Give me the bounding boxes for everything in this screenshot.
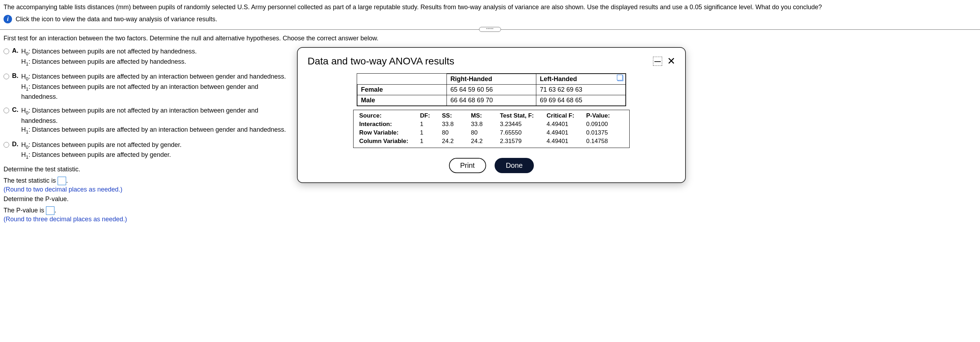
anova-table-box: Source: DF: SS: MS: Test Stat, F: Critic… (353, 110, 630, 148)
cell-female-rh: 65 64 59 60 56 (447, 85, 536, 95)
option-body: H0: Distances between pupils are not aff… (21, 106, 286, 135)
p-value-input[interactable] (46, 206, 54, 215)
radio-a[interactable] (3, 48, 9, 54)
anova-h-p: P-Value: (584, 112, 626, 120)
section-divider: ••••• (0, 27, 980, 32)
p-value-hint: (Round to three decimal places as needed… (3, 216, 286, 223)
anova-h-f: Test Stat, F: (498, 112, 544, 120)
question-intro: The accompanying table lists distances (… (0, 3, 980, 13)
col-right-handed: Right-Handed (447, 74, 536, 85)
anova-h-df: DF: (418, 112, 440, 120)
test-statistic-line: The test statistic is . (3, 177, 286, 185)
close-icon[interactable]: ✕ (667, 57, 675, 66)
info-link[interactable]: Click the icon to view the data and two-… (16, 16, 217, 23)
option-body: H0: Distances between pupils are not aff… (21, 141, 181, 161)
option-c[interactable]: C. H0: Distances between pupils are not … (3, 106, 286, 135)
cell-male-lh: 69 69 64 68 65 (536, 95, 626, 106)
anova-row-interaction: Interaction: 1 33.8 33.8 3.23445 4.49401… (357, 120, 626, 128)
row-female-label: Female (358, 85, 447, 95)
info-icon[interactable]: i (3, 15, 12, 23)
anova-h-crit: Critical F: (544, 112, 584, 120)
anova-h-ms: MS: (469, 112, 498, 120)
anova-h-ss: SS: (440, 112, 469, 120)
print-button[interactable]: Print (449, 158, 486, 173)
collapse-handle-icon[interactable]: ••••• (479, 27, 501, 32)
question-prompt: First test for an interaction between th… (0, 32, 980, 47)
col-left-handed: Left-Handed (536, 74, 626, 85)
determine-p-value-label: Determine the P-value. (3, 195, 286, 203)
modal-title: Data and two-way ANOVA results (307, 56, 653, 67)
cell-female-lh: 71 63 62 69 63 (536, 85, 626, 95)
option-letter: C. (12, 106, 19, 113)
option-letter: D. (12, 141, 19, 148)
row-male-label: Male (358, 95, 447, 106)
test-statistic-hint: (Round to two decimal places as needed.) (3, 186, 286, 193)
cell-male-rh: 66 64 68 69 70 (447, 95, 536, 106)
determine-test-statistic-label: Determine the test statistic. (3, 166, 286, 173)
radio-d[interactable] (3, 142, 9, 148)
results-modal: Data and two-way ANOVA results — ✕ Right… (297, 47, 686, 183)
table-row: Male 66 64 68 69 70 69 69 64 68 65 (358, 95, 626, 106)
radio-b[interactable] (3, 74, 9, 79)
option-letter: A. (12, 47, 19, 54)
minimize-icon[interactable]: — (653, 57, 662, 66)
option-b[interactable]: B. H0: Distances between pupils are affe… (3, 72, 286, 101)
copy-icon[interactable] (617, 75, 623, 81)
data-table-box: Right-Handed Left-Handed Female 65 64 59… (357, 73, 626, 106)
option-letter: B. (12, 72, 19, 80)
done-button[interactable]: Done (495, 158, 534, 173)
option-a[interactable]: A. H0: Distances between pupils are not … (3, 47, 286, 67)
option-body: H0: Distances between pupils are affecte… (21, 72, 286, 101)
test-statistic-input[interactable] (57, 177, 66, 185)
option-d[interactable]: D. H0: Distances between pupils are not … (3, 141, 286, 161)
anova-row-column-variable: Column Variable: 1 24.2 24.2 2.31579 4.4… (357, 137, 626, 145)
radio-c[interactable] (3, 108, 9, 113)
option-body: H0: Distances between pupils are not aff… (21, 47, 197, 67)
anova-row-row-variable: Row Variable: 1 80 80 7.65550 4.49401 0.… (357, 128, 626, 137)
table-row: Female 65 64 59 60 56 71 63 62 69 63 (358, 85, 626, 95)
p-value-line: The P-value is . (3, 206, 286, 215)
anova-h-source: Source: (357, 112, 418, 120)
